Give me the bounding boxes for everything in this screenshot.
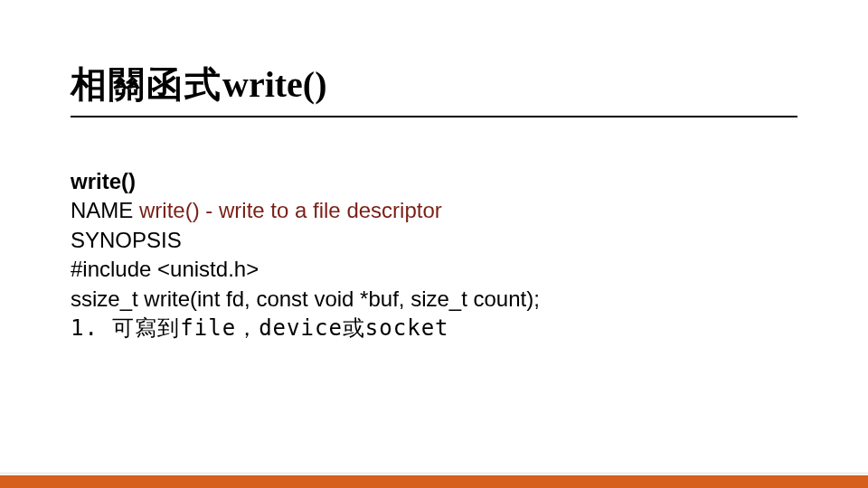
content-subtitle: write() [71, 167, 797, 196]
slide: 相關函式write() write() NAME write() - write… [0, 0, 868, 488]
name-desc: - write to a file descriptor [200, 198, 442, 222]
title-cjk: 相關函式 [71, 64, 222, 105]
title-latin: write() [222, 64, 326, 105]
content-synopsis: SYNOPSIS [71, 226, 797, 255]
slide-content: write() NAME write() - write to a file d… [71, 167, 797, 343]
slide-title: 相關函式write() [71, 63, 797, 117]
content-signature: ssize_t write(int fd, const void *buf, s… [71, 285, 797, 314]
name-func: write() [139, 198, 200, 222]
footer-bar [0, 475, 868, 488]
content-note: 1. 可寫到file，device或socket [71, 314, 797, 343]
content-include: #include <unistd.h> [71, 255, 797, 284]
content-name-line: NAME write() - write to a file descripto… [71, 196, 797, 225]
name-prefix: NAME [71, 198, 139, 222]
